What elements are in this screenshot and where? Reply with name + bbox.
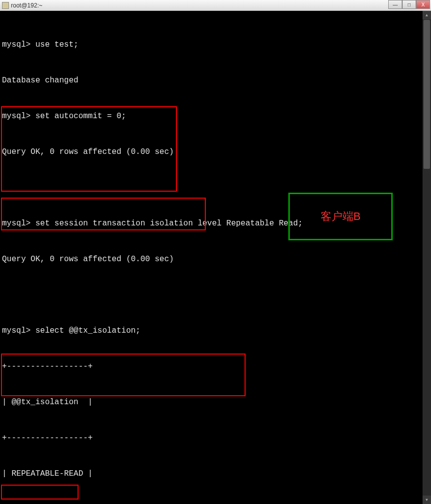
window-title: root@192:~ xyxy=(11,2,42,9)
terminal-line: Database changed xyxy=(2,74,429,86)
scroll-up-arrow-icon[interactable]: ▲ xyxy=(423,11,431,19)
terminal-line: mysql> select @@tx_isolation; xyxy=(2,325,429,337)
scroll-down-arrow-icon[interactable]: ▼ xyxy=(423,496,431,504)
terminal-line xyxy=(2,182,429,194)
terminal-line: mysql> use test; xyxy=(2,39,429,51)
window-titlebar: root@192:~ — □ X xyxy=(0,0,431,11)
window-controls: — □ X xyxy=(388,0,430,9)
scroll-thumb[interactable] xyxy=(424,20,430,169)
terminal-output[interactable]: mysql> use test; Database changed mysql>… xyxy=(0,11,431,504)
close-button[interactable]: X xyxy=(416,0,430,9)
terminal-line: +-----------------+ xyxy=(2,360,429,372)
maximize-button[interactable]: □ xyxy=(402,0,416,9)
annotation-box-client-label: 客户端B xyxy=(288,193,393,240)
minimize-button[interactable]: — xyxy=(388,0,402,9)
terminal-line: Query OK, 0 rows affected (0.00 sec) xyxy=(2,253,429,265)
terminal-line: +-----------------+ xyxy=(2,432,429,444)
app-icon xyxy=(2,2,9,9)
terminal-line: mysql> set autocommit = 0; xyxy=(2,110,429,122)
terminal-line: | @@tx_isolation | xyxy=(2,396,429,408)
terminal-line: Query OK, 0 rows affected (0.00 sec) xyxy=(2,146,429,158)
vertical-scrollbar[interactable]: ▲ ▼ xyxy=(423,11,431,504)
client-label: 客户端B xyxy=(321,209,361,224)
terminal-line: | REPEATABLE-READ | xyxy=(2,468,429,480)
terminal-line xyxy=(2,289,429,301)
